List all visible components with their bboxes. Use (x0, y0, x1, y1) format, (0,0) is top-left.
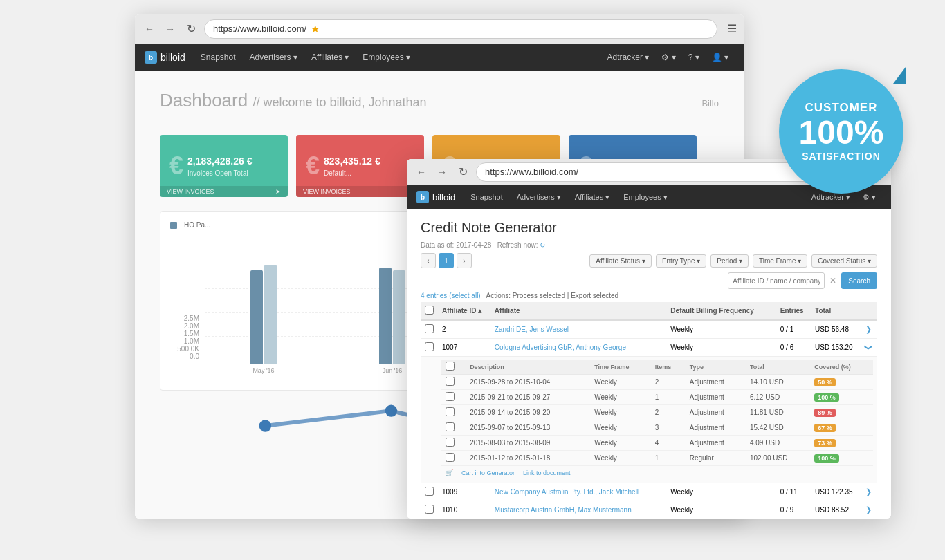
bar-label-1: Jun '16 (383, 367, 403, 374)
satisfaction-label: SATISFACTION (802, 151, 881, 162)
nav-help-back[interactable]: ? ▾ (683, 50, 705, 65)
filter-time-frame[interactable]: Time Frame ▾ (753, 254, 807, 268)
svg-point-0 (259, 420, 271, 431)
row1-collapse-btn[interactable]: ❯ (864, 344, 873, 351)
sub-row-tf-4: Weekly (590, 436, 651, 451)
sub-table-data-row: 2015-09-07 to 2015-09-13 Weekly 3 Adjust… (441, 420, 873, 436)
sub-th-items: Items (651, 360, 686, 375)
filter-entry-type[interactable]: Entry Type ▾ (656, 254, 706, 268)
bar-label-0: May '16 (253, 367, 274, 374)
sub-row-check-0[interactable] (446, 377, 455, 386)
sub-table: Description Time Frame Items Type Total … (441, 360, 873, 466)
sub-row-check-1[interactable] (446, 392, 455, 401)
nav-settings-front[interactable]: ⚙ ▾ (857, 190, 881, 205)
nav-settings-back[interactable]: ⚙ ▾ (656, 50, 681, 65)
row3-freq: Weekly (666, 501, 767, 519)
y-1.0m: 1.0M (184, 337, 199, 345)
cng-meta: Data as of: 2017-04-28 Refresh now: ↻ (421, 241, 877, 249)
sub-row-check-3[interactable] (446, 422, 455, 431)
row2-affiliate[interactable]: New Company Australia Pty. Ltd., Jack Mi… (495, 488, 639, 496)
th-entries: Entries (776, 302, 811, 320)
cart-into-gen-link[interactable]: Cart into Generator (461, 469, 515, 476)
bar-dark-1 (379, 268, 392, 364)
refresh-label: Refresh now: (497, 241, 538, 249)
reload-button[interactable]: ↻ (183, 21, 199, 37)
sub-row-check-2[interactable] (446, 407, 455, 416)
row0-expand-btn[interactable]: ❯ (865, 325, 872, 334)
sub-row-total-4: 4.09 USD (746, 436, 810, 451)
row0-total: USD 56.48 (811, 320, 861, 339)
row1-checkbox[interactable] (425, 342, 434, 351)
row1-entries: 0 / 6 (776, 339, 811, 357)
url-bar[interactable]: https://www.billoid.com/ ★ (204, 19, 717, 39)
forward-button[interactable]: → (163, 21, 178, 37)
bookmark-icon[interactable]: ★ (311, 23, 320, 35)
sub-table-data-row: 2015-08-03 to 2015-08-09 Weekly 4 Adjust… (441, 436, 873, 451)
nav-snapshot-front[interactable]: Snapshot (465, 190, 508, 204)
row2-checkbox[interactable] (425, 487, 434, 496)
url-text: https://www.billoid.com/ (213, 24, 306, 34)
forward-button-front[interactable]: → (434, 165, 450, 180)
search-input[interactable] (728, 272, 825, 289)
covered-badge-1: 100 % (814, 393, 839, 402)
row1-affiliate[interactable]: Cologne Advertising GbR, Anthony George (495, 344, 626, 351)
nav-affiliates-back[interactable]: Affiliates ▾ (306, 50, 354, 65)
row3-checkbox[interactable] (425, 505, 434, 514)
euro-icon-0: € (169, 153, 183, 178)
cng-content: Credit Note Generator Data as of: 2017-0… (407, 209, 891, 519)
nav-right-back: Adtracker ▾ ⚙ ▾ ? ▾ 👤 ▾ (602, 50, 734, 65)
sub-row-tf-3: Weekly (590, 420, 651, 436)
next-page-btn[interactable]: › (457, 253, 472, 268)
reload-button-front[interactable]: ↻ (455, 165, 470, 180)
sub-row-items-3: 3 (651, 420, 686, 436)
sub-select-all[interactable] (446, 362, 455, 371)
prev-page-btn[interactable]: ‹ (421, 253, 436, 268)
row3-affiliate[interactable]: Mustarcorp Austria GmbH, Max Mustermann (495, 506, 632, 514)
filter-covered-status[interactable]: Covered Status ▾ (811, 254, 877, 268)
sub-row-check-4[interactable] (446, 438, 455, 447)
sub-row-type-0: Adjustment (686, 375, 746, 390)
sub-th-covered: Covered (%) (810, 360, 873, 375)
back-button[interactable]: ← (142, 21, 157, 37)
th-affiliate-id[interactable]: Affiliate ID ▴ (438, 302, 490, 320)
sub-row-desc-3: 2015-09-07 to 2015-09-13 (466, 420, 590, 436)
sub-table-row: Description Time Frame Items Type Total … (421, 357, 877, 483)
filter-affiliate-status[interactable]: Affiliate Status ▾ (589, 254, 652, 268)
sub-row-type-2: Adjustment (686, 405, 746, 420)
back-button-front[interactable]: ← (414, 165, 429, 180)
sub-table-footer: 🛒 Cart into Generator Link to document (441, 466, 873, 480)
row2-expand-btn[interactable]: ❯ (865, 487, 872, 496)
brand-name-front: billoid (432, 192, 455, 203)
page-1-btn[interactable]: 1 (439, 253, 454, 268)
filter-period[interactable]: Period ▾ (710, 254, 749, 268)
nav-affiliates-front[interactable]: Affiliates ▾ (569, 190, 615, 205)
row0-checkbox[interactable] (425, 324, 434, 333)
nav-advertisers-front[interactable]: Advertisers ▾ (511, 190, 567, 205)
sub-row-type-5: Regular (686, 451, 746, 466)
stat-card-1: € 823,435.12 € Default... VIEW INVOICES … (296, 135, 424, 197)
menu-icon[interactable]: ☰ (727, 22, 737, 35)
row0-id: 2 (438, 320, 490, 339)
sub-row-check-5[interactable] (446, 453, 455, 462)
data-as-of-date: 2017-04-28 (456, 241, 491, 249)
nav-employees-back[interactable]: Employees ▾ (357, 50, 416, 65)
row1-id: 1007 (438, 339, 490, 357)
sub-row-covered-4: 73 % (810, 436, 873, 451)
select-all-checkbox[interactable] (425, 306, 434, 315)
table-row: 1007 Cologne Advertising GbR, Anthony Ge… (421, 339, 877, 357)
entries-select-all[interactable]: 4 entries (select all) (421, 292, 481, 299)
nav-advertisers-back[interactable]: Advertisers ▾ (244, 50, 303, 65)
nav-user-back[interactable]: 👤 ▾ (706, 50, 734, 65)
refresh-link[interactable]: ↻ (540, 241, 545, 249)
row3-expand-btn[interactable]: ❯ (865, 505, 872, 514)
row0-affiliate[interactable]: Zandri DE, Jens Wessel (495, 326, 569, 333)
nav-snapshot-back[interactable]: Snapshot (195, 50, 241, 65)
search-clear-btn[interactable]: ✕ (827, 276, 838, 286)
nav-adtracker-back[interactable]: Adtracker ▾ (602, 50, 655, 65)
sub-row-desc-2: 2015-09-14 to 2015-09-20 (466, 405, 590, 420)
search-button[interactable]: Search (841, 272, 877, 289)
row1-freq: Weekly (666, 339, 767, 357)
link-to-doc-link[interactable]: Link to document (523, 469, 571, 476)
pagination-ctrl: ‹ 1 › (421, 253, 472, 268)
nav-employees-front[interactable]: Employees ▾ (618, 190, 672, 205)
